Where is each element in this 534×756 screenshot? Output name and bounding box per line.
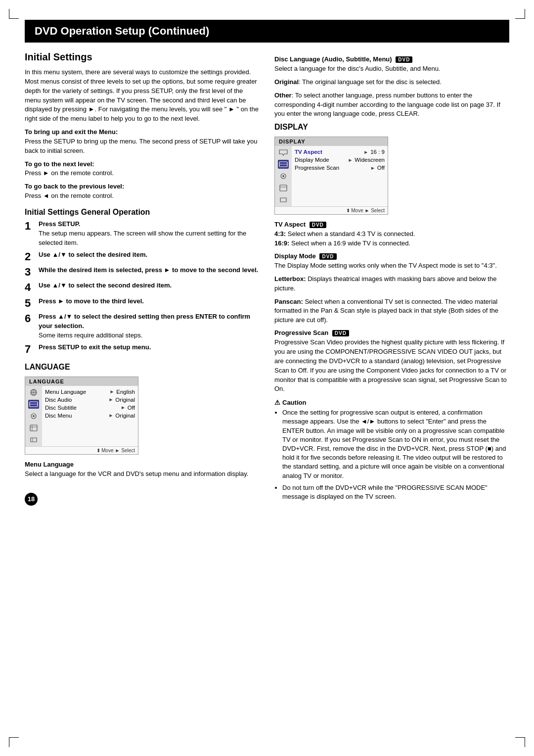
step-num-2: 2: [25, 250, 36, 263]
disp-row-0-arrow: ►: [363, 149, 368, 155]
step-3-bold: While the desired item is selected, pres…: [39, 266, 258, 274]
language-menu-rows: Menu Language ► English Disc Audio ► Ori…: [42, 386, 138, 446]
lang-row-0-arrow: ►: [109, 389, 114, 394]
bring-up-text: Press the SETUP to bring up the menu. Th…: [25, 138, 257, 154]
step-4: 4 Use ▲/▼ to select the second desired i…: [25, 281, 260, 294]
display-menu-body: TV Aspect ► 16 : 9 Display Mode ► Widesc…: [275, 146, 388, 206]
lang-icon-2: [28, 400, 39, 409]
svg-marker-19: [280, 198, 286, 202]
step-5-bold: Press ► to move to the third level.: [39, 297, 144, 305]
display-mode-title: Display Mode DVD: [274, 252, 509, 260]
step-4-bold: Use ▲/▼ to select the second desired ite…: [39, 282, 172, 289]
disc-language-title: Disc Language (Audio, Subtitle, Menu) DV…: [274, 55, 509, 63]
lang-row-2-arrow: ►: [121, 405, 126, 410]
step-1-bold: Press SETUP.: [39, 220, 80, 228]
lang-icon-1: [28, 388, 39, 397]
svg-point-7: [33, 415, 35, 417]
display-menu-icons: [275, 146, 292, 206]
lang-row-2-label: Disc Subtitle: [45, 405, 119, 411]
panscan-text: Panscan: Select when a conventional TV s…: [274, 297, 509, 326]
disp-row-0-label: TV Aspect: [295, 149, 361, 155]
next-level-text: Press ► on the remote control.: [25, 169, 114, 177]
step-1: 1 Press SETUP. The setup menu appears. T…: [25, 220, 260, 248]
display-section-title: DISPLAY: [274, 123, 509, 132]
disp-icon-2: [278, 160, 289, 169]
language-menu-body: Menu Language ► English Disc Audio ► Ori…: [25, 386, 138, 446]
disc-language-original: Original: The original language set for …: [274, 78, 509, 87]
lang-row-0: Menu Language ► English: [42, 388, 138, 396]
tv-aspect-43-text: Select when a standard 4:3 TV is connect…: [286, 230, 415, 237]
display-mode-intro: The Display Mode setting works only when…: [274, 261, 509, 271]
other-label: Other: [274, 92, 292, 99]
lang-row-1-label: Disc Audio: [45, 397, 106, 403]
disp-row-1-value: Widescreen: [355, 157, 385, 163]
original-label: Original: [274, 78, 299, 86]
lang-row-0-label: Menu Language: [45, 389, 107, 395]
language-menu-footer: ⬍ Move ► Select: [25, 446, 138, 454]
display-menu-box: DISPLAY: [274, 137, 388, 215]
disp-row-0-value: 16 : 9: [370, 149, 385, 155]
svg-rect-8: [30, 425, 37, 431]
menu-language-text: Select a language for the VCR and DVD's …: [25, 470, 260, 479]
step-num-3: 3: [25, 266, 36, 279]
prog-scan-text: Progressive Scan Video provides the high…: [274, 338, 509, 394]
other-text: : To select another language, press numb…: [274, 92, 500, 118]
caution-list: Once the setting for progressive scan ou…: [274, 408, 509, 501]
step-num-1: 1: [25, 220, 36, 233]
disc-language-text: Select a language for the disc's Audio, …: [274, 64, 509, 74]
caution-box: Caution Once the setting for progressive…: [274, 399, 509, 501]
lang-row-2: Disc Subtitle ► Off: [42, 404, 138, 412]
display-mode-badge: DVD: [319, 253, 336, 260]
header-title: DVD Operation Setup (Continued): [35, 25, 209, 37]
disp-row-2: Progressive Scan ► Off: [292, 164, 388, 172]
lang-icon-3: [28, 412, 39, 421]
disp-row-1: Display Mode ► Widescreen: [292, 156, 388, 164]
lang-icon-4: [28, 424, 39, 432]
lang-row-3-label: Disc Menu: [45, 413, 106, 419]
panscan-label: Panscan:: [274, 298, 303, 305]
step-6: 6 Press ▲/▼ to select the desired settin…: [25, 312, 260, 340]
step-1-text: The setup menu appears. The screen will …: [39, 230, 246, 246]
lang-row-1-value: Original: [115, 397, 135, 403]
step-7-bold: Press SETUP to exit the setup menu.: [39, 343, 151, 351]
panscan-desc: Select when a conventional TV set is con…: [274, 298, 498, 324]
disp-row-2-arrow: ►: [370, 165, 375, 171]
disp-icon-4: [278, 184, 289, 192]
language-menu-box: LANGUAGE: [25, 377, 138, 455]
step-num-4: 4: [25, 281, 36, 294]
language-section-title: LANGUAGE: [25, 363, 260, 372]
letterbox-text: Letterbox: Displays theatrical images wi…: [274, 275, 509, 293]
tv-aspect-title: TV Aspect DVD: [274, 221, 509, 228]
bring-up-label: To bring up and exit the Menu:: [25, 128, 118, 136]
header-banner: DVD Operation Setup (Continued): [25, 20, 509, 43]
lang-row-3-arrow: ►: [108, 413, 113, 418]
lang-row-3-value: Original: [115, 413, 135, 419]
disc-language-other: Other: To select another language, press…: [274, 91, 509, 119]
letterbox-desc: Displays theatrical images with masking …: [274, 275, 496, 292]
svg-marker-11: [31, 438, 37, 442]
tv-aspect-badge: DVD: [310, 222, 326, 228]
step-num-6: 6: [25, 312, 36, 325]
tv-aspect-43-label: 4:3:: [274, 230, 286, 237]
caution-title: Caution: [274, 399, 509, 406]
step-5: 5 Press ► to move to the third level.: [25, 297, 260, 310]
tv-aspect-169-label: 16:9:: [274, 239, 289, 247]
prog-scan-badge: DVD: [332, 330, 349, 336]
disp-row-2-value: Off: [377, 165, 385, 171]
lang-row-1: Disc Audio ► Original: [42, 396, 138, 404]
tv-aspect-169-text: Select when a 16:9 wide TV is connected.: [289, 239, 410, 247]
lang-icon-5: [28, 435, 39, 444]
caution-item-1: Do not turn off the DVD+VCR while the "P…: [282, 483, 509, 501]
step-2: 2 Use ▲/▼ to select the desired item.: [25, 250, 260, 263]
intro-paragraph: In this menu system, there are several w…: [25, 68, 260, 124]
caution-item-0: Once the setting for progressive scan ou…: [282, 408, 509, 480]
prev-level-text: Press ◄ on the remote control.: [25, 192, 114, 199]
disp-row-1-label: Display Mode: [295, 157, 346, 163]
disc-language-badge: DVD: [396, 56, 412, 63]
initial-settings-title: Initial Settings: [25, 51, 260, 63]
lang-row-3: Disc Menu ► Original: [42, 412, 138, 420]
language-menu-icons: [25, 386, 42, 446]
disp-icon-3: [278, 172, 289, 181]
original-text: : The original language set for the disc…: [299, 78, 442, 86]
step-num-7: 7: [25, 343, 36, 356]
